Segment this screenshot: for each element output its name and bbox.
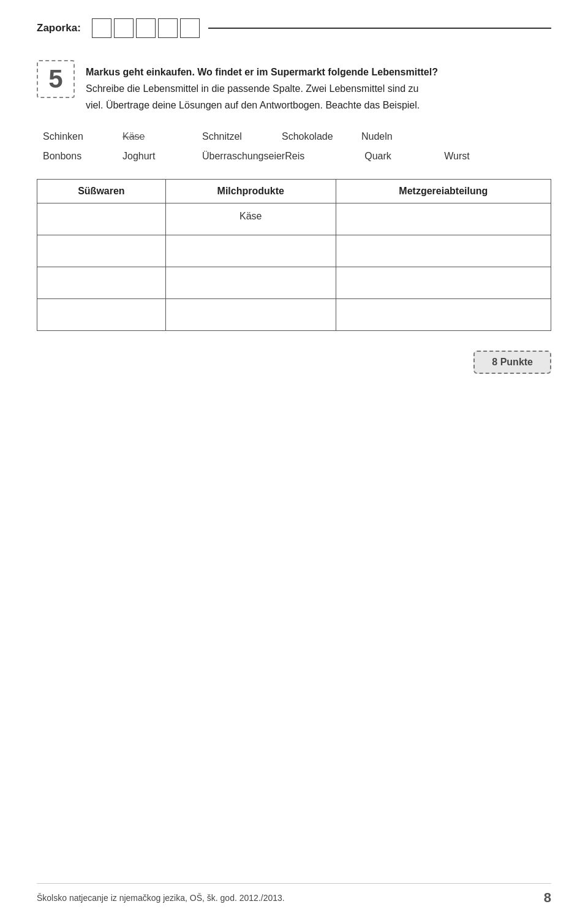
task-description: Markus geht einkaufen. Wo findet er im S…	[86, 60, 438, 114]
cell-metzgerei-1[interactable]	[336, 203, 551, 235]
task-section: 5 Markus geht einkaufen. Wo findet er im…	[37, 60, 551, 114]
cell-suesswaren-1[interactable]	[37, 203, 166, 235]
task-number: 5	[37, 60, 75, 98]
col-header-metzgerei: Metzgereiabteilung	[336, 179, 551, 203]
task-text-line3: viel. Übertrage deine Lösungen auf den A…	[86, 100, 420, 110]
table-section: Süßwaren Milchprodukte Metzgereiabteilun…	[37, 179, 551, 331]
word-schnitzel: Schnitzel	[202, 131, 282, 142]
zaporka-box-3[interactable]	[136, 18, 156, 38]
table-header-row: Süßwaren Milchprodukte Metzgereiabteilun…	[37, 179, 551, 203]
word-joghurt: Joghurt	[123, 151, 202, 162]
cell-metzgerei-2[interactable]	[336, 235, 551, 267]
cell-suesswaren-4[interactable]	[37, 298, 166, 330]
cell-milchprodukte-2[interactable]	[165, 235, 336, 267]
cell-milchprodukte-4[interactable]	[165, 298, 336, 330]
zaporka-line	[208, 28, 551, 29]
zaporka-boxes	[92, 18, 200, 38]
footer: Školsko natjecanje iz njemačkog jezika, …	[37, 883, 551, 906]
zaporka-box-2[interactable]	[114, 18, 134, 38]
points-container: 8 Punkte	[37, 351, 551, 374]
answer-table: Süßwaren Milchprodukte Metzgereiabteilun…	[37, 179, 551, 331]
word-quark: Quark	[364, 151, 444, 162]
word-list: Schinken Käse Schnitzel Schokolade Nudel…	[37, 131, 551, 162]
table-row-4	[37, 298, 551, 330]
zaporka-label: Zaporka:	[37, 22, 81, 34]
word-ueberraschungseier: Überraschungseier	[202, 151, 285, 162]
zaporka-box-4[interactable]	[158, 18, 178, 38]
col-header-suesswaren: Süßwaren	[37, 179, 166, 203]
word-row-2: Bonbons Joghurt Überraschungseier Reis Q…	[37, 151, 551, 162]
footer-text: Školsko natjecanje iz njemačkog jezika, …	[37, 893, 285, 903]
cell-metzgerei-4[interactable]	[336, 298, 551, 330]
table-row-2	[37, 235, 551, 267]
word-schinken: Schinken	[43, 131, 123, 142]
points-badge: 8 Punkte	[473, 351, 551, 374]
word-nudeln: Nudeln	[361, 131, 441, 142]
zaporka-box-5[interactable]	[180, 18, 200, 38]
task-text-line2: Schreibe die Lebensmittel in die passend…	[86, 83, 418, 94]
cell-milchprodukte-example[interactable]: Käse	[165, 203, 336, 235]
cell-suesswaren-2[interactable]	[37, 235, 166, 267]
col-header-milchprodukte: Milchprodukte	[165, 179, 336, 203]
cell-suesswaren-3[interactable]	[37, 267, 166, 298]
word-wurst: Wurst	[444, 151, 524, 162]
cell-metzgerei-3[interactable]	[336, 267, 551, 298]
word-reis: Reis	[285, 151, 364, 162]
table-row-3	[37, 267, 551, 298]
word-schokolade: Schokolade	[282, 131, 361, 142]
table-row-example: Käse	[37, 203, 551, 235]
word-row-1: Schinken Käse Schnitzel Schokolade Nudel…	[37, 131, 551, 142]
zaporka-section: Zaporka:	[37, 18, 551, 38]
word-kaese-strikethrough: Käse	[123, 131, 202, 142]
footer-page: 8	[544, 890, 551, 906]
task-text-bold: Markus geht einkaufen. Wo findet er im S…	[86, 67, 438, 77]
word-bonbons: Bonbons	[43, 151, 123, 162]
cell-milchprodukte-3[interactable]	[165, 267, 336, 298]
zaporka-box-1[interactable]	[92, 18, 111, 38]
